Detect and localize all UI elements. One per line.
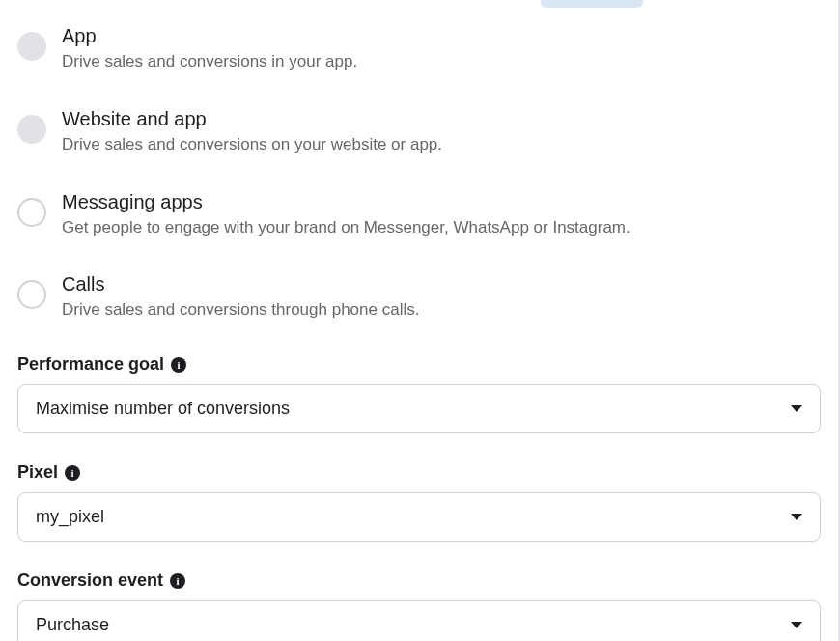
dropdown-value: my_pixel [36, 507, 104, 527]
option-text: Website and app Drive sales and conversi… [62, 106, 821, 156]
option-title: Calls [62, 271, 821, 296]
option-title: Messaging apps [62, 189, 821, 214]
pixel-dropdown[interactable]: my_pixel [17, 492, 821, 542]
radio-icon [17, 280, 46, 309]
info-icon[interactable]: i [170, 573, 185, 589]
info-icon[interactable]: i [171, 357, 186, 373]
chevron-down-icon [791, 622, 802, 628]
option-calls[interactable]: Calls Drive sales and conversions throug… [17, 271, 821, 321]
form-content: App Drive sales and conversions in your … [0, 0, 840, 641]
highlight-pill [541, 0, 643, 8]
radio-icon [17, 198, 46, 227]
option-desc: Drive sales and conversions in your app. [62, 50, 821, 73]
option-app[interactable]: App Drive sales and conversions in your … [17, 23, 821, 73]
pixel-label: Pixel i [17, 462, 821, 483]
option-text: App Drive sales and conversions in your … [62, 23, 821, 73]
label-text: Conversion event [17, 571, 163, 591]
chevron-down-icon [791, 514, 802, 520]
option-desc: Drive sales and conversions through phon… [62, 298, 821, 321]
conversion-event-dropdown[interactable]: Purchase [17, 600, 821, 641]
option-text: Calls Drive sales and conversions throug… [62, 271, 821, 321]
option-website-and-app[interactable]: Website and app Drive sales and conversi… [17, 106, 821, 156]
dropdown-value: Purchase [36, 615, 109, 635]
radio-icon [17, 115, 46, 144]
radio-icon [17, 32, 46, 61]
performance-goal-label: Performance goal i [17, 354, 821, 375]
info-icon[interactable]: i [65, 465, 80, 481]
performance-goal-dropdown[interactable]: Maximise number of conversions [17, 384, 821, 433]
option-title: App [62, 23, 821, 48]
label-text: Performance goal [17, 354, 164, 375]
option-desc: Drive sales and conversions on your webs… [62, 133, 821, 156]
option-text: Messaging apps Get people to engage with… [62, 189, 821, 239]
option-messaging-apps[interactable]: Messaging apps Get people to engage with… [17, 189, 821, 239]
label-text: Pixel [17, 462, 58, 483]
option-desc: Get people to engage with your brand on … [62, 216, 821, 239]
dropdown-value: Maximise number of conversions [36, 399, 290, 419]
chevron-down-icon [791, 405, 802, 412]
option-title: Website and app [62, 106, 821, 131]
conversion-event-label: Conversion event i [17, 571, 821, 591]
